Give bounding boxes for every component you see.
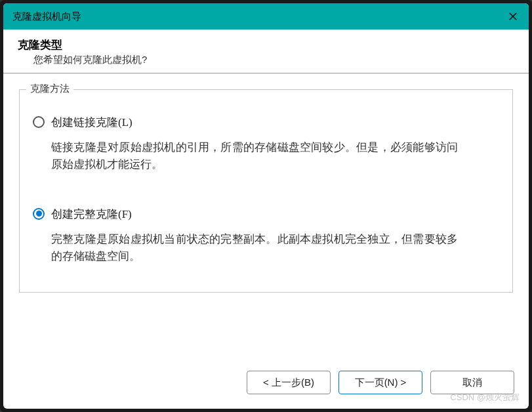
back-button[interactable]: < 上一步(B)	[247, 371, 331, 394]
option-linked-clone-label[interactable]: 创建链接克隆(L)	[51, 115, 133, 130]
radio-linked-clone[interactable]	[33, 116, 45, 128]
close-button[interactable]	[506, 10, 520, 23]
cancel-button[interactable]: 取消	[430, 371, 514, 394]
dialog-title: 克隆虚拟机向导	[12, 10, 81, 23]
option-linked-clone-desc: 链接克隆是对原始虚拟机的引用，所需的存储磁盘空间较少。但是，必须能够访问原始虚拟…	[51, 139, 458, 174]
wizard-header: 克隆类型 您希望如何克隆此虚拟机?	[3, 30, 529, 73]
clone-vm-wizard-dialog: 克隆虚拟机向导 克隆类型 您希望如何克隆此虚拟机? 克隆方法 创	[3, 3, 529, 409]
option-full-clone[interactable]: 创建完整克隆(F)	[33, 207, 499, 222]
wizard-footer: < 上一步(B) 下一页(N) > 取消	[3, 360, 529, 409]
wizard-content: 克隆方法 创建链接克隆(L) 链接克隆是对原始虚拟机的引用，所需的存储磁盘空间较…	[3, 73, 529, 360]
option-linked-clone[interactable]: 创建链接克隆(L)	[33, 115, 499, 130]
close-icon	[508, 12, 518, 21]
page-title: 克隆类型	[18, 37, 514, 52]
titlebar: 克隆虚拟机向导	[3, 3, 529, 30]
fieldset-legend: 克隆方法	[26, 83, 73, 95]
radio-full-clone[interactable]	[33, 208, 45, 220]
page-subtitle: 您希望如何克隆此虚拟机?	[18, 54, 514, 66]
option-full-clone-label[interactable]: 创建完整克隆(F)	[51, 207, 132, 222]
clone-method-fieldset: 克隆方法 创建链接克隆(L) 链接克隆是对原始虚拟机的引用，所需的存储磁盘空间较…	[19, 89, 513, 293]
next-button[interactable]: 下一页(N) >	[338, 371, 422, 394]
option-full-clone-desc: 完整克隆是原始虚拟机当前状态的完整副本。此副本虚拟机完全独立，但需要较多的存储磁…	[51, 231, 458, 266]
